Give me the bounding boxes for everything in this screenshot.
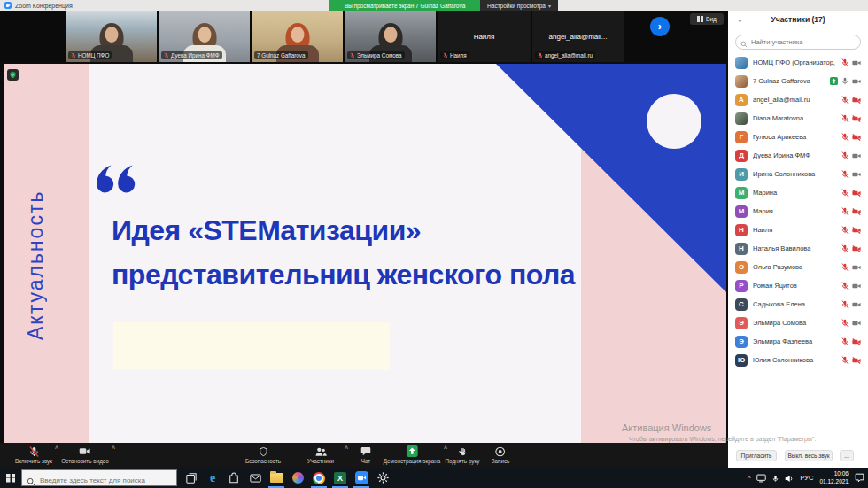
invite-button[interactable]: Пригласить — [736, 450, 777, 461]
edge-icon[interactable]: e — [202, 468, 223, 488]
participant-row[interactable]: Н Наталья Вавилова — [728, 239, 868, 258]
participant-video-tile[interactable]: 7 Gulnaz Gaffarova — [252, 11, 343, 62]
participant-search-input[interactable] — [735, 35, 861, 50]
participant-video-tile[interactable]: Эльмира Сомова — [345, 11, 436, 62]
unmute-button[interactable]: Включить звук — [15, 445, 52, 464]
participant-row[interactable]: С Садыкова Елена — [728, 295, 868, 314]
participant-row[interactable]: Р Роман Яцитов — [728, 276, 868, 295]
participant-video-tile[interactable]: angel_alia@mail... angel_alia@mail.ru — [532, 11, 624, 62]
participant-avatar: Р — [735, 280, 748, 292]
raise-hand-button[interactable]: Поднять руку — [446, 445, 480, 464]
mic-status-icon — [841, 151, 849, 159]
participant-row[interactable]: М Марина — [728, 183, 868, 202]
task-view-icon[interactable] — [181, 468, 202, 488]
audio-options-chevron[interactable]: ^ — [55, 445, 58, 452]
participant-row[interactable]: Э Эльмира Сомова — [728, 314, 868, 332]
participant-avatar: Г — [735, 131, 748, 143]
camera-status-icon — [852, 152, 861, 159]
mic-tray-icon[interactable] — [772, 470, 779, 486]
language-indicator[interactable]: РУС — [800, 474, 813, 482]
search-icon — [740, 35, 748, 51]
participant-row[interactable]: НОМЦ ПФО (Организатор, я) — [728, 53, 868, 72]
more-options-button[interactable]: ... — [840, 450, 854, 461]
mic-status-icon — [841, 263, 849, 271]
participant-name-label: angel_alia@mail.ru — [535, 51, 595, 59]
participant-video-tile[interactable]: Наиля Наиля — [438, 11, 531, 62]
participant-name: Эльмира Сомова — [753, 319, 836, 327]
store-icon[interactable] — [223, 468, 244, 488]
system-tray: ^ РУС 10:06 01.12.2021 — [748, 468, 864, 488]
screen-share-badge — [830, 77, 838, 85]
participant-name: Наталья Вавилова — [753, 244, 836, 252]
shield-icon — [258, 445, 267, 457]
camera-status-icon — [852, 320, 861, 327]
participant-name: Гулюса Арикеева — [753, 133, 836, 141]
participant-avatar: A — [735, 94, 748, 106]
slide-vertical-title: Актуальность — [24, 181, 50, 349]
slide-title-line2: представительниц женского пола — [112, 259, 575, 291]
clock[interactable]: 10:06 01.12.2021 — [819, 470, 849, 486]
tray-date: 01.12.2021 — [819, 478, 849, 484]
participant-video-tile[interactable]: Дуева Ирина ФМФ — [159, 11, 250, 62]
zoom-toolbar: Включить звук ^ Остановить видео ^ Безоп… — [0, 443, 728, 468]
participant-avatar: Н — [735, 224, 748, 236]
participant-name-label: 7 Gulnaz Gaffarova — [254, 51, 308, 59]
paint3d-icon[interactable] — [287, 468, 308, 488]
record-button[interactable]: Запись — [492, 445, 510, 464]
share-screen-button[interactable]: Демонстрация экрана — [384, 445, 440, 464]
zoom-app-icon — [4, 2, 12, 9]
stop-video-button[interactable]: Остановить видео — [61, 445, 109, 464]
participant-row[interactable]: A angel_alia@mail.ru — [728, 90, 868, 109]
screen-share-shield-icon — [7, 69, 19, 81]
participant-row[interactable]: Diana Maratovna — [728, 109, 868, 128]
participant-name: Юлия Солонникова — [753, 356, 836, 364]
participant-row[interactable]: Д Дуева Ирина ФМФ — [728, 146, 868, 165]
participant-search — [735, 32, 861, 47]
chat-bubble-icon — [360, 445, 371, 457]
excel-icon[interactable]: X — [329, 468, 351, 488]
participant-name-label: Эльмира Сомова — [347, 51, 405, 59]
network-icon[interactable] — [756, 470, 766, 486]
participant-row[interactable]: Э Эльмира Фазлеева — [728, 332, 868, 351]
participant-row[interactable]: Г Гулюса Арикеева — [728, 128, 868, 146]
mic-status-icon — [841, 58, 849, 66]
file-explorer-icon[interactable] — [266, 468, 287, 488]
participant-row[interactable]: Ю Юлия Солонникова — [728, 351, 868, 369]
zoom-taskbar-icon[interactable] — [351, 468, 372, 488]
camera-status-icon — [852, 357, 861, 364]
next-videos-arrow-button[interactable]: › — [650, 17, 670, 36]
participant-row[interactable]: И Ирина Солонникова — [728, 165, 868, 183]
participant-row[interactable]: 7 Gulnaz Gaffarova — [728, 72, 868, 90]
mic-status-icon — [841, 114, 849, 122]
participant-video-tile[interactable]: НОМЦ ПФО — [66, 11, 157, 62]
tray-expand-icon[interactable]: ^ — [748, 474, 751, 482]
participants-panel-header: ⌄ Участники (17) — [728, 12, 868, 27]
security-button[interactable]: Безопасность — [245, 445, 281, 464]
tray-time: 10:06 — [834, 470, 849, 476]
participant-avatar: М — [735, 187, 748, 199]
start-button[interactable] — [0, 468, 21, 488]
taskbar-search-input[interactable] — [22, 473, 176, 488]
participant-avatar: Д — [735, 150, 748, 162]
participant-avatar — [735, 112, 748, 125]
participants-options-chevron[interactable]: ^ — [345, 445, 348, 452]
participant-name-label: НОМЦ ПФО — [68, 51, 112, 59]
participant-row[interactable]: Н Наиля — [728, 221, 868, 239]
volume-icon[interactable] — [785, 470, 794, 486]
window-title: Zoom Конференция — [15, 3, 73, 9]
chat-button[interactable]: Чат — [360, 445, 371, 464]
collapse-panel-chevron[interactable]: ⌄ — [737, 16, 743, 24]
video-options-chevron[interactable]: ^ — [112, 445, 115, 452]
participant-row[interactable]: О Ольга Разумова — [728, 258, 868, 276]
participant-avatar — [735, 75, 748, 88]
mute-all-button[interactable]: Выкл. весь звук — [785, 450, 833, 461]
notification-center-icon[interactable] — [855, 470, 864, 486]
chrome-icon[interactable] — [308, 468, 329, 488]
mic-status-icon — [841, 133, 849, 141]
participants-button[interactable]: Участники — [307, 445, 334, 464]
mail-icon[interactable] — [244, 468, 266, 488]
settings-gear-icon[interactable] — [372, 468, 393, 488]
view-layout-button[interactable]: Вид — [690, 13, 724, 25]
view-settings-dropdown[interactable]: Настройки просмотра▾ — [480, 0, 558, 11]
participant-row[interactable]: М Мария — [728, 202, 868, 221]
